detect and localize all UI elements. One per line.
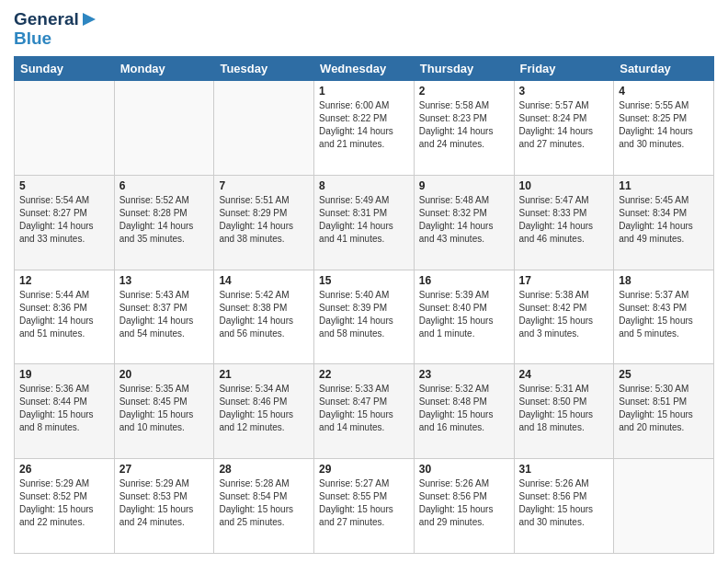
- day-info: Sunrise: 5:35 AMSunset: 8:45 PMDaylight:…: [119, 383, 210, 434]
- day-info: Sunrise: 5:55 AMSunset: 8:25 PMDaylight:…: [619, 99, 709, 151]
- calendar-cell: 26Sunrise: 5:29 AMSunset: 8:52 PMDayligh…: [15, 459, 115, 554]
- day-number: 14: [219, 274, 309, 287]
- day-number: 21: [219, 368, 309, 381]
- day-number: 3: [519, 85, 609, 98]
- day-number: 24: [519, 368, 609, 381]
- calendar-cell: 17Sunrise: 5:38 AMSunset: 8:42 PMDayligh…: [514, 270, 614, 364]
- calendar-cell: [614, 459, 714, 554]
- calendar-week-row: 26Sunrise: 5:29 AMSunset: 8:52 PMDayligh…: [15, 459, 714, 554]
- day-info: Sunrise: 5:57 AMSunset: 8:24 PMDaylight:…: [519, 99, 609, 151]
- calendar-cell: 18Sunrise: 5:37 AMSunset: 8:43 PMDayligh…: [614, 270, 714, 364]
- day-number: 26: [19, 463, 109, 476]
- calendar-cell: 2Sunrise: 5:58 AMSunset: 8:23 PMDaylight…: [414, 80, 514, 175]
- calendar-cell: 13Sunrise: 5:43 AMSunset: 8:37 PMDayligh…: [114, 270, 214, 364]
- calendar-cell: 28Sunrise: 5:28 AMSunset: 8:54 PMDayligh…: [214, 459, 314, 554]
- day-number: 20: [119, 368, 210, 381]
- calendar-cell: 11Sunrise: 5:45 AMSunset: 8:34 PMDayligh…: [614, 175, 714, 270]
- col-header-tuesday: Tuesday: [214, 56, 314, 80]
- day-number: 16: [419, 274, 509, 287]
- day-info: Sunrise: 5:30 AMSunset: 8:51 PMDaylight:…: [619, 383, 709, 434]
- col-header-thursday: Thursday: [414, 56, 514, 80]
- day-info: Sunrise: 5:38 AMSunset: 8:42 PMDaylight:…: [519, 289, 609, 340]
- calendar-cell: 10Sunrise: 5:47 AMSunset: 8:33 PMDayligh…: [514, 175, 614, 270]
- day-info: Sunrise: 5:26 AMSunset: 8:56 PMDaylight:…: [519, 477, 609, 529]
- calendar-cell: 24Sunrise: 5:31 AMSunset: 8:50 PMDayligh…: [514, 364, 614, 459]
- logo-blue: Blue: [14, 29, 99, 49]
- day-info: Sunrise: 5:31 AMSunset: 8:50 PMDaylight:…: [519, 383, 609, 434]
- day-info: Sunrise: 6:00 AMSunset: 8:22 PMDaylight:…: [319, 99, 409, 151]
- day-info: Sunrise: 5:32 AMSunset: 8:48 PMDaylight:…: [419, 383, 509, 434]
- day-info: Sunrise: 5:58 AMSunset: 8:23 PMDaylight:…: [419, 99, 509, 151]
- day-number: 23: [419, 368, 509, 381]
- day-number: 18: [619, 274, 709, 287]
- day-number: 6: [119, 179, 210, 192]
- day-number: 19: [19, 368, 109, 381]
- day-info: Sunrise: 5:36 AMSunset: 8:44 PMDaylight:…: [19, 383, 109, 434]
- day-number: 12: [19, 274, 109, 287]
- day-info: Sunrise: 5:28 AMSunset: 8:54 PMDaylight:…: [219, 477, 309, 529]
- calendar-cell: 31Sunrise: 5:26 AMSunset: 8:56 PMDayligh…: [514, 459, 614, 554]
- day-info: Sunrise: 5:40 AMSunset: 8:39 PMDaylight:…: [319, 289, 409, 340]
- day-info: Sunrise: 5:48 AMSunset: 8:32 PMDaylight:…: [419, 194, 509, 246]
- day-info: Sunrise: 5:29 AMSunset: 8:52 PMDaylight:…: [19, 477, 109, 529]
- calendar-week-row: 12Sunrise: 5:44 AMSunset: 8:36 PMDayligh…: [15, 270, 714, 364]
- calendar-cell: 23Sunrise: 5:32 AMSunset: 8:48 PMDayligh…: [414, 364, 514, 459]
- calendar-cell: 15Sunrise: 5:40 AMSunset: 8:39 PMDayligh…: [314, 270, 415, 364]
- col-header-sunday: Sunday: [15, 56, 115, 80]
- day-info: Sunrise: 5:29 AMSunset: 8:53 PMDaylight:…: [119, 477, 210, 529]
- logo-general: General: [14, 9, 99, 29]
- day-number: 8: [319, 179, 409, 192]
- calendar-week-row: 19Sunrise: 5:36 AMSunset: 8:44 PMDayligh…: [15, 364, 714, 459]
- calendar-cell: 1Sunrise: 6:00 AMSunset: 8:22 PMDaylight…: [314, 80, 415, 175]
- day-number: 5: [19, 179, 109, 192]
- day-info: Sunrise: 5:26 AMSunset: 8:56 PMDaylight:…: [419, 477, 509, 529]
- calendar-cell: 5Sunrise: 5:54 AMSunset: 8:27 PMDaylight…: [15, 175, 115, 270]
- day-number: 25: [619, 368, 709, 381]
- calendar-cell: 16Sunrise: 5:39 AMSunset: 8:40 PMDayligh…: [414, 270, 514, 364]
- day-number: 15: [319, 274, 409, 287]
- calendar-cell: 8Sunrise: 5:49 AMSunset: 8:31 PMDaylight…: [314, 175, 415, 270]
- calendar-week-row: 5Sunrise: 5:54 AMSunset: 8:27 PMDaylight…: [15, 175, 714, 270]
- calendar-cell: 7Sunrise: 5:51 AMSunset: 8:29 PMDaylight…: [214, 175, 314, 270]
- calendar-cell: [114, 80, 214, 175]
- calendar-cell: 30Sunrise: 5:26 AMSunset: 8:56 PMDayligh…: [414, 459, 514, 554]
- day-number: 4: [619, 85, 709, 98]
- day-info: Sunrise: 5:42 AMSunset: 8:38 PMDaylight:…: [219, 289, 309, 340]
- calendar-cell: 3Sunrise: 5:57 AMSunset: 8:24 PMDaylight…: [514, 80, 614, 175]
- day-info: Sunrise: 5:39 AMSunset: 8:40 PMDaylight:…: [419, 289, 509, 340]
- svg-marker-0: [83, 13, 96, 26]
- col-header-saturday: Saturday: [614, 56, 714, 80]
- calendar-cell: 14Sunrise: 5:42 AMSunset: 8:38 PMDayligh…: [214, 270, 314, 364]
- col-header-friday: Friday: [514, 56, 614, 80]
- calendar-cell: 22Sunrise: 5:33 AMSunset: 8:47 PMDayligh…: [314, 364, 415, 459]
- calendar-cell: 12Sunrise: 5:44 AMSunset: 8:36 PMDayligh…: [15, 270, 115, 364]
- day-number: 2: [419, 85, 509, 98]
- day-info: Sunrise: 5:47 AMSunset: 8:33 PMDaylight:…: [519, 194, 609, 246]
- day-number: 29: [319, 463, 409, 476]
- day-info: Sunrise: 5:34 AMSunset: 8:46 PMDaylight:…: [219, 383, 309, 434]
- calendar-cell: [214, 80, 314, 175]
- day-number: 13: [119, 274, 210, 287]
- page: General Blue SundayMondayTuesdayWednesda…: [0, 0, 728, 563]
- day-number: 17: [519, 274, 609, 287]
- day-info: Sunrise: 5:49 AMSunset: 8:31 PMDaylight:…: [319, 194, 409, 246]
- calendar-cell: 27Sunrise: 5:29 AMSunset: 8:53 PMDayligh…: [114, 459, 214, 554]
- day-info: Sunrise: 5:43 AMSunset: 8:37 PMDaylight:…: [119, 289, 210, 340]
- calendar-week-row: 1Sunrise: 6:00 AMSunset: 8:22 PMDaylight…: [15, 80, 714, 175]
- header: General Blue: [14, 9, 714, 49]
- day-number: 9: [419, 179, 509, 192]
- logo: General Blue: [14, 9, 99, 49]
- calendar-cell: 9Sunrise: 5:48 AMSunset: 8:32 PMDaylight…: [414, 175, 514, 270]
- day-number: 7: [219, 179, 309, 192]
- day-number: 22: [319, 368, 409, 381]
- day-info: Sunrise: 5:33 AMSunset: 8:47 PMDaylight:…: [319, 383, 409, 434]
- calendar-cell: [15, 80, 115, 175]
- calendar-cell: 4Sunrise: 5:55 AMSunset: 8:25 PMDaylight…: [614, 80, 714, 175]
- calendar-cell: 29Sunrise: 5:27 AMSunset: 8:55 PMDayligh…: [314, 459, 415, 554]
- day-number: 1: [319, 85, 409, 98]
- day-number: 10: [519, 179, 609, 192]
- day-number: 28: [219, 463, 309, 476]
- day-info: Sunrise: 5:37 AMSunset: 8:43 PMDaylight:…: [619, 289, 709, 340]
- calendar-cell: 6Sunrise: 5:52 AMSunset: 8:28 PMDaylight…: [114, 175, 214, 270]
- day-info: Sunrise: 5:44 AMSunset: 8:36 PMDaylight:…: [19, 289, 109, 340]
